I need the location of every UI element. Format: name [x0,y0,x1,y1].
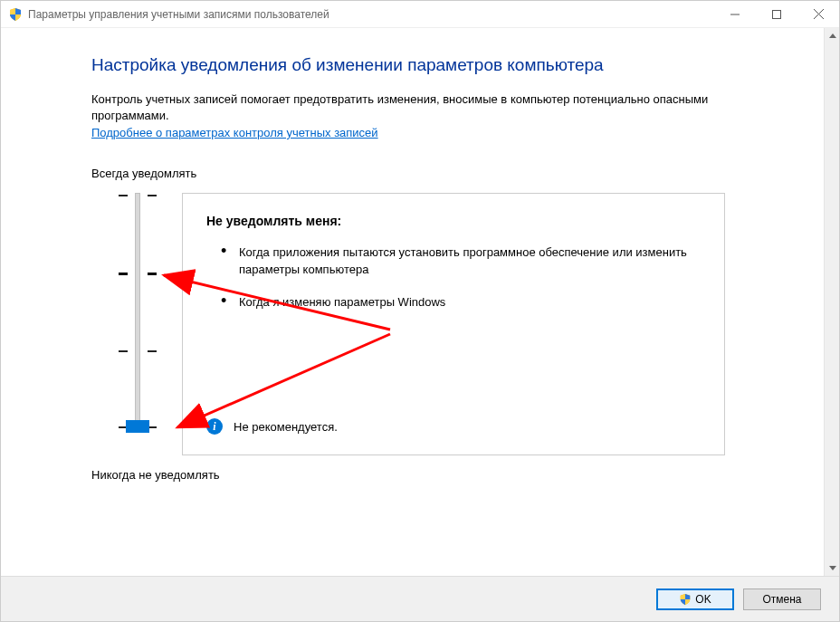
slider-tick [148,195,157,196]
scrollbar[interactable] [824,28,839,576]
cancel-button[interactable]: Отмена [743,589,821,610]
slider-top-label: Всегда уведомлять [91,167,725,180]
recommendation-text: Не рекомендуется. [234,420,338,434]
svg-rect-1 [773,10,781,18]
slider-tick [148,350,157,352]
info-bullets: Когда приложения пытаются установить про… [206,244,701,311]
slider-tick [119,195,128,196]
titlebar: Параметры управления учетными записями п… [1,1,839,28]
scroll-down-icon[interactable] [825,560,840,576]
info-title: Не уведомлять меня: [206,214,701,228]
scroll-up-icon[interactable] [825,28,840,43]
slider-bottom-label: Никогда не уведомлять [91,468,725,482]
page-title: Настройка уведомления об изменении парам… [91,55,769,75]
minimize-button[interactable] [714,1,756,27]
info-bullet: Когда я изменяю параметры Windows [221,294,701,311]
content-area: Настройка уведомления об изменении парам… [1,28,824,576]
slider-tick [119,273,128,275]
uac-slider[interactable] [91,193,182,455]
close-button[interactable] [797,1,839,27]
cancel-button-label: Отмена [762,593,801,606]
ok-button-label: OK [695,593,711,606]
info-panel: Не уведомлять меня: Когда приложения пыт… [182,193,725,455]
ok-button[interactable]: OK [656,589,734,610]
window-title: Параметры управления учетными записями п… [28,8,714,21]
footer: OK Отмена [1,576,839,621]
shield-icon [679,593,692,606]
slider-tick [119,350,128,352]
svg-marker-5 [829,566,836,570]
slider-track [135,193,140,430]
window-controls [714,1,839,27]
info-bullet: Когда приложения пытаются установить про… [221,244,701,277]
page-description: Контроль учетных записей помогает предот… [91,91,769,124]
shield-icon [8,7,23,22]
maximize-button[interactable] [756,1,797,27]
slider-thumb[interactable] [126,420,149,433]
slider-tick [148,273,157,275]
info-icon: i [206,418,223,435]
learn-more-link[interactable]: Подробнее о параметрах контроля учетных … [91,126,378,139]
slider-area: Всегда уведомлять Не уведомлять меня: Ко… [91,167,725,482]
svg-marker-4 [829,33,836,38]
recommendation-row: i Не рекомендуется. [206,418,338,435]
